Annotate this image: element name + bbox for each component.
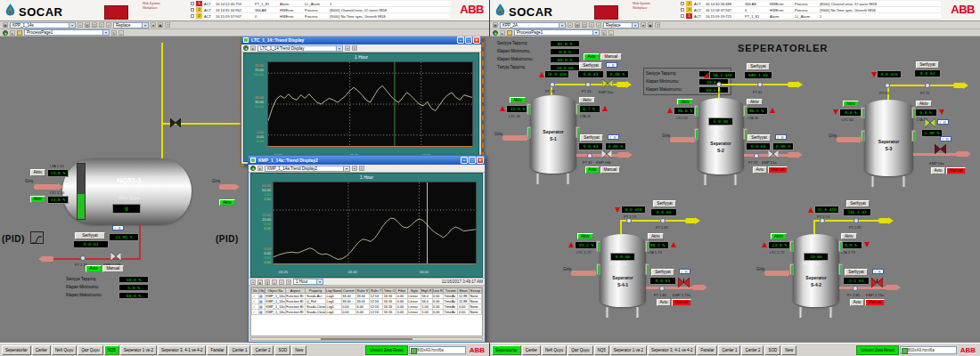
- alarm-row[interactable]: 1ACT16 15:59:19:725PT_1_81AlarmLL_Alarm1: [681, 13, 941, 20]
- replace-combo[interactable]: Replace: [603, 22, 639, 28]
- alarm-reset-button[interactable]: Umumi Zəta Reset: [365, 345, 408, 355]
- transmitter-icon[interactable]: [585, 82, 591, 87]
- alarm-checkbox-icon[interactable]: [191, 8, 194, 12]
- home-icon[interactable]: ⌂: [608, 30, 614, 36]
- transmitter-icon[interactable]: [853, 286, 858, 291]
- serfiyyat-button[interactable]: Sərfiyyat: [845, 269, 868, 276]
- aktiv-button[interactable]: Aktiv: [771, 233, 787, 239]
- pin-icon[interactable]: ▪: [568, 22, 573, 28]
- ruler-icon[interactable]: †: [286, 279, 291, 285]
- forward-icon[interactable]: ▸: [250, 45, 256, 51]
- valve-icon[interactable]: [935, 144, 946, 154]
- horizontal-scrollbar[interactable]: [250, 337, 483, 341]
- valve-icon[interactable]: [768, 150, 779, 158]
- trend-table-row[interactable]: ✓▦KMP_1_14aFunction BlScada.CloseLog10.0…: [252, 310, 482, 315]
- indication-mode-icon[interactable]: I R: [606, 62, 617, 68]
- taskbar-button[interactable]: NQ5: [594, 345, 609, 355]
- separator-vessel[interactable]: Seperator S-1: [530, 95, 576, 174]
- chart-icon[interactable]: ▤: [85, 22, 90, 28]
- serfiyyat-button[interactable]: Sərfiyyat: [75, 232, 105, 239]
- transmitter-icon[interactable]: [853, 218, 859, 223]
- replace-combo[interactable]: Replace: [113, 22, 149, 28]
- alarm-checkbox-icon[interactable]: [681, 2, 684, 5]
- indication-mode-icon[interactable]: I R: [937, 119, 949, 125]
- chart-plot[interactable]: [273, 182, 477, 264]
- aktiv-button[interactable]: Aktiv: [510, 97, 526, 103]
- faceplate-icon[interactable]: ◫: [582, 22, 587, 28]
- aspect-combo[interactable]: KPP_2A: [500, 22, 566, 28]
- pin-icon[interactable]: ▪: [352, 166, 357, 171]
- minimize-button[interactable]: –: [461, 157, 468, 164]
- transmitter-icon[interactable]: [925, 83, 930, 88]
- alarm-banner[interactable]: [104, 5, 128, 20]
- taskbar-button[interactable]: Çənlər 2: [741, 345, 764, 355]
- aktiv-button[interactable]: Aktiv: [841, 233, 857, 239]
- address-combo[interactable]: 800xA9.html6a: [409, 346, 466, 354]
- home-icon[interactable]: ⌂: [118, 30, 124, 36]
- aktiv-button[interactable]: Aktiv: [747, 99, 763, 105]
- minimize-button[interactable]: –: [457, 36, 464, 44]
- transmitter-icon[interactable]: [626, 218, 632, 223]
- favorites-icon[interactable]: ★: [641, 22, 646, 28]
- aktiv-button[interactable]: Aktiv: [577, 233, 593, 239]
- transmitter-icon[interactable]: [550, 82, 555, 87]
- avto-button[interactable]: Avto: [86, 265, 102, 272]
- acknowledge-icon[interactable]: ✓: [596, 22, 601, 28]
- taskbar-button[interactable]: Fazalar: [697, 345, 717, 355]
- faceplate-icon[interactable]: ◫: [92, 22, 97, 28]
- favorites-icon[interactable]: ★: [151, 22, 156, 28]
- prev-icon[interactable]: «: [250, 279, 256, 285]
- aktiv-button[interactable]: Aktiv: [30, 169, 45, 176]
- forward-icon[interactable]: ▸: [500, 30, 505, 36]
- aktiv-button[interactable]: Aktiv: [30, 196, 45, 203]
- manual-button[interactable]: Manual: [600, 53, 622, 61]
- back-icon[interactable]: ◂: [250, 166, 256, 171]
- manual-button[interactable]: Manual: [600, 166, 620, 174]
- transmitter-icon[interactable]: [716, 82, 722, 87]
- taskbar-button[interactable]: Seperator 3, 4-1 və 4-2: [158, 345, 206, 355]
- avto-button[interactable]: Avto: [584, 53, 600, 61]
- refresh-icon[interactable]: ↻: [111, 30, 117, 36]
- help-icon[interactable]: ?: [655, 22, 660, 28]
- filter-icon[interactable]: ≡: [589, 22, 594, 28]
- separator-vessel[interactable]: Seperator S-2: [698, 98, 744, 174]
- aspect-icon[interactable]: ▦: [493, 22, 498, 28]
- transmitter-icon[interactable]: [80, 255, 86, 261]
- aktiv-button[interactable]: Aktiv: [579, 97, 595, 103]
- taskbar-button[interactable]: SOD: [764, 345, 780, 355]
- taskbar-button[interactable]: Fazalar: [207, 345, 227, 355]
- range-combo[interactable]: 1 Hour: [293, 279, 323, 285]
- forward-icon[interactable]: ▸: [10, 30, 15, 36]
- avto-button[interactable]: Avto: [753, 166, 767, 174]
- serfiyyat-button[interactable]: Sərfiyyat: [653, 200, 676, 207]
- folder-icon[interactable]: [507, 30, 512, 36]
- serfiyyat-button[interactable]: Sərfiyyat: [916, 61, 939, 69]
- transmitter-icon[interactable]: [587, 153, 592, 158]
- print-icon[interactable]: ▣: [648, 22, 653, 28]
- taskbar-button[interactable]: Seperator 3, 4-1 və 4-2: [648, 345, 696, 355]
- indication-mode-icon[interactable]: I R: [940, 136, 951, 142]
- alarm-row[interactable]: 2ACT16 14:35:34:962366 ABHWErrorProcess(…: [191, 7, 450, 13]
- taskbar-button[interactable]: Çənlər: [522, 345, 541, 355]
- taskbar-button[interactable]: Çənlər: [32, 345, 51, 355]
- avto-button[interactable]: Avto: [585, 166, 600, 174]
- back-icon[interactable]: ◂: [3, 30, 8, 36]
- valve-icon[interactable]: [871, 278, 883, 287]
- indication-mode-icon[interactable]: I R: [872, 269, 884, 274]
- indication-mode-icon[interactable]: I R: [679, 269, 690, 274]
- taskbar-button[interactable]: Seperatorlar: [2, 345, 31, 355]
- trend-combo[interactable]: LTC_1_14:Trend Display: [257, 45, 343, 52]
- aktiv-button[interactable]: Aktiv: [677, 99, 693, 105]
- title-bar[interactable]: KMP_1_14a::Trend Display2 –□×: [249, 156, 485, 165]
- taskbar-button[interactable]: Seperatorlar: [492, 345, 521, 355]
- transmitter-icon[interactable]: [820, 218, 825, 223]
- manual-button[interactable]: Manual: [768, 166, 788, 174]
- taskbar-button[interactable]: New: [781, 345, 796, 355]
- settings-icon[interactable]: ≡: [352, 45, 357, 51]
- alarm-reset-button[interactable]: Umumi Zəta Reset: [856, 345, 899, 355]
- back-icon[interactable]: ◂: [493, 30, 498, 36]
- close-button[interactable]: ×: [473, 36, 480, 44]
- indication-mode-icon[interactable]: I R: [775, 134, 787, 140]
- avto-button[interactable]: Avto: [931, 167, 945, 174]
- taskbar-button[interactable]: Qaz Quyu: [78, 345, 102, 355]
